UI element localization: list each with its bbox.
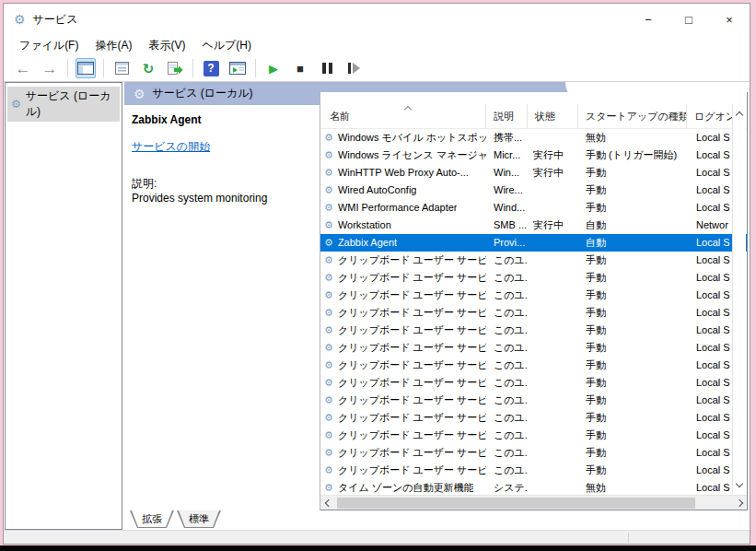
tree-item-services-local[interactable]: ⚙ サービス (ローカル) (7, 87, 120, 122)
stop-service-button[interactable]: ■ (290, 58, 310, 78)
window-border: ⚙ サービス − □ × ファイル(F)操作(A)表示(V)ヘルプ(H) ← → (0, 0, 756, 551)
service-description: Win... (486, 164, 528, 182)
services-gear-icon: ⚙ (11, 98, 21, 111)
table-row[interactable]: ⚙ タイム ゾーンの自動更新機能 システ... 無効 Local S (320, 479, 747, 495)
service-name: クリップボード ユーザー サービス_... (338, 322, 486, 339)
show-extended-view-button[interactable] (227, 58, 248, 78)
maximize-button[interactable]: □ (669, 4, 709, 35)
show-console-tree-button[interactable] (76, 58, 96, 78)
service-description: Micr... (486, 147, 528, 164)
table-row[interactable]: ⚙ クリップボード ユーザー サービス_... このユ... 手動 Local … (320, 444, 747, 462)
refresh-button[interactable]: ↻ (138, 58, 158, 78)
table-row[interactable]: ⚙ クリップボード ユーザー サービス_... このユ... 手動 Local … (320, 322, 747, 339)
horizontal-scrollbar[interactable] (320, 495, 747, 510)
service-description: このユ... (486, 357, 528, 374)
table-row[interactable]: ⚙ WinHTTP Web Proxy Auto-... Win... 実行中 … (320, 164, 747, 182)
service-status (528, 304, 578, 322)
service-gear-icon: ⚙ (324, 164, 333, 182)
close-button[interactable]: × (709, 4, 750, 35)
restart-service-button[interactable] (343, 58, 364, 78)
table-row[interactable]: ⚙ クリップボード ユーザー サービス_... このユ... 手動 Local … (320, 392, 747, 409)
properties-button[interactable] (111, 58, 132, 78)
minimize-button[interactable]: − (628, 4, 669, 35)
service-name: クリップボード ユーザー サービス_... (338, 444, 486, 462)
services-list: 名前 説明 状態 スタートアップの種類 ログオン ⚙ Windows モバイル … (320, 92, 748, 510)
horizontal-scroll-thumb[interactable] (337, 498, 695, 509)
service-name: Workstation (338, 217, 391, 234)
help-icon: ? (204, 61, 219, 76)
service-gear-icon: ⚙ (324, 129, 333, 147)
menu-item-0[interactable]: ファイル(F) (11, 36, 87, 55)
table-row[interactable]: ⚙ クリップボード ユーザー サービス_... このユ... 手動 Local … (320, 287, 747, 304)
export-list-button[interactable] (165, 58, 185, 78)
back-button[interactable]: ← (13, 58, 33, 78)
service-description: 携帯... (486, 129, 528, 147)
service-description: このユ... (486, 444, 528, 462)
scroll-up-arrow[interactable] (734, 109, 746, 121)
start-service-button[interactable]: ▶ (263, 58, 284, 78)
scroll-left-arrow[interactable] (322, 497, 334, 509)
service-name: クリップボード ユーザー サービス_... (338, 357, 486, 374)
table-row[interactable]: ⚙ クリップボード ユーザー サービス_... このユ... 手動 Local … (320, 339, 747, 357)
start-service-link[interactable]: サービスの開始 (132, 139, 210, 155)
help-button[interactable]: ? (201, 58, 221, 78)
extended-view-icon (229, 62, 246, 75)
service-gear-icon: ⚙ (324, 182, 333, 199)
vertical-scrollbar[interactable] (732, 104, 746, 494)
service-startup-type: 手動 (578, 322, 687, 339)
table-row[interactable]: ⚙ WMI Performance Adapter Wind... 手動 Loc… (320, 199, 747, 217)
service-gear-icon: ⚙ (324, 304, 333, 322)
table-row[interactable]: ⚙ Workstation SMB ... 実行中 自動 Networ (320, 217, 747, 234)
table-row[interactable]: ⚙ Zabbix Agent Provi... 自動 Local S (320, 234, 747, 252)
pause-icon (322, 63, 332, 74)
table-row[interactable]: ⚙ クリップボード ユーザー サービス_... このユ... 手動 Local … (320, 374, 747, 392)
service-startup-type: 手動 (トリガー開始) (578, 147, 687, 164)
toolbar-separator (255, 59, 256, 77)
column-header-description[interactable]: 説明 (486, 104, 528, 128)
scroll-down-arrow[interactable] (734, 477, 746, 489)
menu-item-3[interactable]: ヘルプ(H) (193, 36, 260, 55)
service-gear-icon: ⚙ (324, 427, 333, 444)
table-row[interactable]: ⚙ クリップボード ユーザー サービス_... このユ... 手動 Local … (320, 304, 747, 322)
scroll-right-arrow[interactable] (733, 497, 745, 509)
service-name: クリップボード ユーザー サービス_... (338, 374, 486, 392)
table-row[interactable]: ⚙ クリップボード ユーザー サービス_... このユ... 手動 Local … (320, 252, 747, 269)
table-row[interactable]: ⚙ Wired AutoConfig Wire... 手動 Local S (320, 182, 747, 199)
service-name: Windows ライセンス マネージャ... (338, 147, 486, 164)
pause-service-button[interactable] (317, 58, 337, 78)
table-row[interactable]: ⚙ Windows モバイル ホットスポッ... 携帯... 無効 Local … (320, 129, 747, 147)
service-startup-type: 手動 (578, 444, 687, 462)
service-status (528, 357, 578, 374)
menu-item-2[interactable]: 表示(V) (140, 36, 193, 55)
tab-standard[interactable]: 標準 (177, 510, 221, 528)
service-startup-type: 手動 (578, 252, 687, 269)
toolbar-separator (67, 59, 68, 77)
restart-icon (348, 63, 360, 74)
table-row[interactable]: ⚙ クリップボード ユーザー サービス_... このユ... 手動 Local … (320, 462, 747, 479)
tab-extended[interactable]: 拡張 (130, 510, 174, 528)
list-header: 名前 説明 状態 スタートアップの種類 ログオン (320, 104, 747, 129)
column-header-status[interactable]: 状態 (528, 104, 578, 128)
services-extended-view: ⚙ サービス (ローカル) Zabbix Agent サービスの開始 説明: P… (124, 82, 750, 510)
table-row[interactable]: ⚙ クリップボード ユーザー サービス_... このユ... 手動 Local … (320, 357, 747, 374)
service-startup-type: 自動 (578, 217, 687, 234)
service-description: SMB ... (486, 217, 528, 234)
service-name: クリップボード ユーザー サービス_... (338, 304, 486, 322)
window-title: サービス (33, 12, 78, 28)
menu-item-1[interactable]: 操作(A) (87, 36, 140, 55)
table-row[interactable]: ⚙ クリップボード ユーザー サービス_... このユ... 手動 Local … (320, 269, 747, 287)
table-row[interactable]: ⚙ Windows ライセンス マネージャ... Micr... 実行中 手動 … (320, 147, 747, 164)
service-gear-icon: ⚙ (324, 357, 333, 374)
table-row[interactable]: ⚙ クリップボード ユーザー サービス_... このユ... 手動 Local … (320, 409, 747, 427)
table-row[interactable]: ⚙ クリップボード ユーザー サービス_... このユ... 手動 Local … (320, 427, 747, 444)
service-status (528, 427, 578, 444)
service-gear-icon: ⚙ (324, 147, 333, 164)
description-text: Provides system monitoring (132, 192, 267, 205)
forward-button[interactable]: → (40, 58, 60, 78)
column-header-startup-type[interactable]: スタートアップの種類 (578, 104, 687, 128)
service-status (528, 339, 578, 357)
column-header-name[interactable]: 名前 (320, 104, 486, 128)
column-header-label: 名前 (330, 110, 350, 123)
view-tabs: 拡張 標準 (124, 510, 750, 530)
service-name: WMI Performance Adapter (338, 199, 458, 217)
